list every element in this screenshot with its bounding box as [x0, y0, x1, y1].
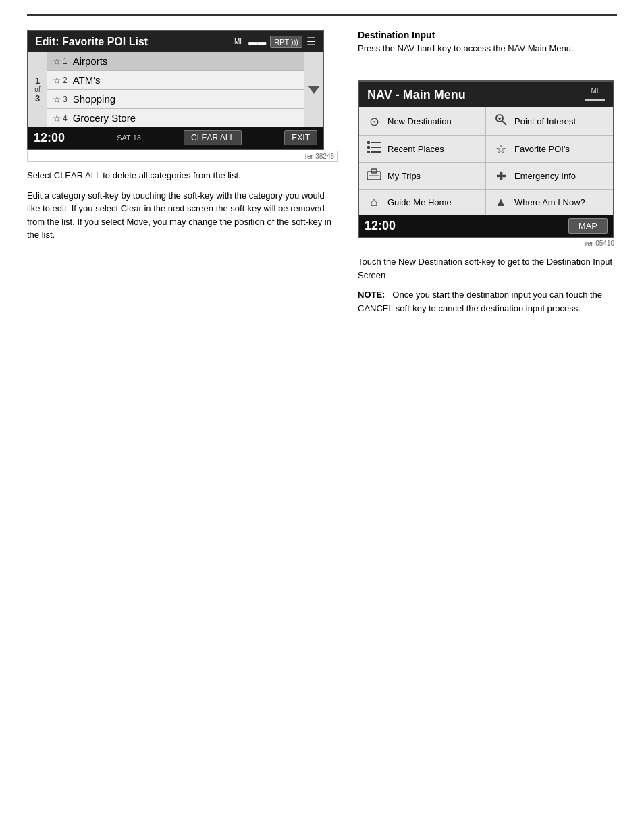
left-desc-line2: Edit a category soft-key by touching the… [27, 189, 338, 242]
item-num-4: 4 [63, 113, 68, 123]
right-desc: Touch the New Destination soft-key to ge… [358, 255, 617, 315]
svg-rect-5 [367, 151, 370, 153]
clear-all-button[interactable]: CLEAR ALL [184, 130, 242, 145]
star-num-4: ☆ 4 [53, 113, 68, 124]
nav-footer: 12:00 MAP [359, 215, 613, 237]
star-icon-1: ☆ [53, 56, 61, 67]
two-col-layout: Edit: Favorite POI List MI ▬▬ RPT ))) ☰ … [27, 30, 617, 321]
star-num-2: ☆ 2 [53, 75, 68, 86]
star-icon-2: ☆ [53, 75, 61, 86]
note-label: NOTE: [358, 290, 385, 300]
nav-guide-me-home[interactable]: ⌂ Guide Me Home [359, 190, 486, 215]
svg-line-1 [502, 121, 506, 125]
recent-places-icon [366, 141, 382, 157]
poi-time: 12:00 [34, 131, 74, 145]
svg-rect-10 [371, 169, 377, 173]
recent-places-label: Recent Places [387, 144, 444, 154]
rpt-button[interactable]: RPT ))) [270, 36, 302, 48]
nav-signal-bars: ▬▬▬ [585, 95, 605, 102]
poi-panel-title: Edit: Favorite POI List [35, 36, 148, 48]
nav-where-am-i[interactable]: ▲ Where Am I Now? [486, 190, 613, 215]
svg-text:★: ★ [498, 116, 502, 121]
nav-panel: NAV - Main Menu MI ▬▬▬ ⊙ New Destination [358, 80, 614, 238]
left-column: Edit: Favorite POI List MI ▬▬ RPT ))) ☰ … [27, 30, 338, 321]
item-label-4: Grocery Store [73, 112, 136, 124]
poi-item-1[interactable]: ☆ 1 Airports [47, 52, 304, 71]
map-button[interactable]: MAP [568, 218, 608, 234]
left-desc: Select CLEAR ALL to delete all categorie… [27, 169, 338, 242]
right-desc-note: NOTE: Once you start the destination inp… [358, 288, 617, 315]
point-of-interest-label: Point of Interest [514, 116, 576, 126]
left-desc-line1: Select CLEAR ALL to delete all categorie… [27, 169, 338, 182]
poi-panel: Edit: Favorite POI List MI ▬▬ RPT ))) ☰ … [27, 30, 324, 150]
poi-sat: SAT 13 [117, 134, 141, 142]
nav-new-destination[interactable]: ⊙ New Destination [359, 107, 486, 136]
scroll-down-arrow[interactable] [308, 86, 320, 94]
new-destination-label: New Destination [387, 116, 452, 126]
right-desc-line1: Touch the New Destination soft-key to ge… [358, 255, 617, 282]
nav-point-of-interest[interactable]: ★ Point of Interest [486, 107, 613, 136]
where-am-i-icon: ▲ [493, 195, 509, 209]
my-trips-label: My Trips [387, 171, 421, 181]
poi-page-col: 1 of 3 [28, 52, 47, 127]
item-label-2: ATM's [73, 74, 101, 86]
dest-input-subtitle: Press the NAV hard-key to access the NAV… [358, 43, 617, 53]
poi-ref: rer-38246 [27, 151, 338, 162]
nav-panel-header: NAV - Main Menu MI ▬▬▬ [359, 82, 613, 107]
top-divider [27, 14, 617, 16]
new-destination-icon: ⊙ [366, 114, 382, 129]
item-num-3: 3 [63, 95, 68, 104]
star-icon-3: ☆ [53, 94, 61, 105]
item-label-1: Airports [73, 55, 108, 67]
poi-footer: 12:00 SAT 13 CLEAR ALL EXIT [28, 127, 323, 149]
nav-recent-places[interactable]: Recent Places [359, 136, 486, 163]
poi-arrow-col [304, 52, 323, 127]
favorite-pois-icon: ☆ [493, 142, 509, 157]
star-num-3: ☆ 3 [53, 94, 68, 105]
where-am-i-label: Where Am I Now? [514, 197, 585, 207]
emergency-info-icon: ✚ [493, 169, 509, 184]
page-content: Edit: Favorite POI List MI ▬▬ RPT ))) ☰ … [0, 0, 644, 348]
poi-body: 1 of 3 ☆ 1 Airports [28, 52, 323, 127]
page-total: 3 [35, 93, 40, 103]
svg-rect-4 [367, 146, 370, 149]
svg-rect-3 [367, 141, 370, 144]
poi-items-list: ☆ 1 Airports ☆ 2 ATM's [47, 52, 304, 127]
right-column: Destination Input Press the NAV hard-key… [358, 30, 617, 321]
nav-mi-label: MI [591, 87, 598, 95]
poi-item-4[interactable]: ☆ 4 Grocery Store [47, 109, 304, 127]
page-num: 1 [35, 76, 40, 86]
poi-search-icon: ★ [493, 113, 509, 130]
item-num-1: 1 [63, 57, 68, 66]
of-text: of [34, 86, 40, 93]
dest-input-title: Destination Input [358, 30, 617, 41]
nav-emergency-info[interactable]: ✚ Emergency Info [486, 163, 613, 190]
emergency-info-label: Emergency Info [514, 171, 576, 181]
nav-header-mi: MI ▬▬▬ [585, 87, 605, 102]
nav-favorite-pois[interactable]: ☆ Favorite POI's [486, 136, 613, 163]
star-num-1: ☆ 1 [53, 56, 68, 67]
exit-button[interactable]: EXIT [284, 130, 317, 145]
my-trips-icon [366, 168, 382, 184]
mi-label: MI [234, 38, 242, 45]
nav-menu-grid: ⊙ New Destination ★ Point of Interest [359, 107, 613, 215]
nav-panel-title: NAV - Main Menu [367, 88, 466, 102]
poi-item-3[interactable]: ☆ 3 Shopping [47, 90, 304, 109]
nav-my-trips[interactable]: My Trips [359, 163, 486, 190]
guide-me-home-icon: ⌂ [366, 195, 382, 209]
note-text: Once you start the destination input you… [358, 290, 602, 313]
star-icon-4: ☆ [53, 113, 61, 124]
poi-panel-header: Edit: Favorite POI List MI ▬▬ RPT ))) ☰ [28, 31, 323, 52]
item-num-2: 2 [63, 76, 68, 85]
guide-me-home-label: Guide Me Home [387, 197, 452, 207]
item-label-3: Shopping [73, 93, 115, 105]
nav-time: 12:00 [365, 219, 396, 233]
nav-ref: rer-05410 [358, 238, 617, 249]
menu-icon: ☰ [306, 35, 316, 48]
signal-icon: ▬▬ [248, 36, 266, 47]
favorite-pois-label: Favorite POI's [514, 144, 570, 154]
poi-item-2[interactable]: ☆ 2 ATM's [47, 71, 304, 90]
poi-header-icons: MI ▬▬ RPT ))) ☰ [234, 35, 316, 48]
